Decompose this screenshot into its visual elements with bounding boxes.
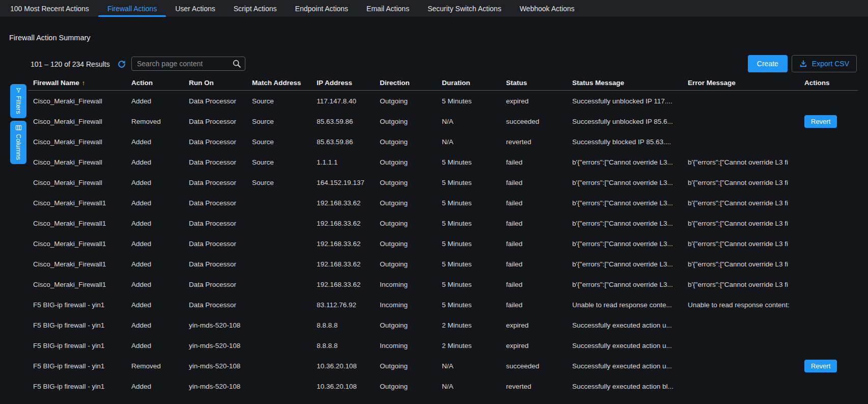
table-row: Cisco_Meraki_Firewall1AddedData Processo… bbox=[28, 193, 858, 213]
cell-duration: 5 Minutes bbox=[442, 199, 506, 207]
column-header-actions[interactable]: Actions bbox=[804, 79, 858, 87]
table-row: Cisco_Meraki_FirewallAddedData Processor… bbox=[28, 172, 858, 193]
cell-firewall-name: Cisco_Meraki_Firewall bbox=[33, 179, 131, 186]
column-header-firewall-name[interactable]: Firewall Name↑ bbox=[33, 79, 131, 87]
cell-error-message: b'{"errors":["Cannot override L3 fi bbox=[688, 179, 804, 186]
revert-button[interactable]: Revert bbox=[804, 115, 837, 128]
column-header-label: Firewall Name bbox=[33, 79, 79, 87]
cell-firewall-name: Cisco_Meraki_Firewall1 bbox=[33, 240, 131, 248]
cell-firewall-name: F5 BIG-ip firewall - yin1 bbox=[33, 321, 131, 329]
refresh-button[interactable] bbox=[117, 60, 126, 69]
tab-webhook-actions[interactable]: Webhook Actions bbox=[511, 0, 584, 17]
cell-direction: Outgoing bbox=[380, 260, 442, 268]
table-row: F5 BIG-ip firewall - yin1Addedyin-mds-52… bbox=[28, 315, 858, 335]
cell-run-on: Data Processor bbox=[189, 301, 252, 309]
table-row: Cisco_Meraki_Firewall1AddedData Processo… bbox=[28, 274, 858, 294]
revert-button[interactable]: Revert bbox=[804, 360, 837, 372]
cell-firewall-name: Cisco_Meraki_Firewall1 bbox=[33, 281, 131, 288]
create-button[interactable]: Create bbox=[748, 55, 788, 72]
download-icon bbox=[799, 60, 807, 68]
cell-duration: 2 Minutes bbox=[442, 321, 506, 329]
cell-ip-address: 10.36.20.108 bbox=[317, 383, 380, 390]
cell-ip-address: 192.168.33.62 bbox=[317, 260, 380, 268]
cell-ip-address: 164.152.19.137 bbox=[317, 179, 380, 186]
column-header-error-message[interactable]: Error Message bbox=[688, 79, 804, 87]
cell-duration: 2 Minutes bbox=[442, 342, 506, 349]
cell-action: Removed bbox=[131, 362, 189, 370]
search-input[interactable] bbox=[131, 57, 245, 71]
tab-script-actions[interactable]: Script Actions bbox=[225, 0, 286, 17]
cell-firewall-name: Cisco_Meraki_Firewall1 bbox=[33, 260, 131, 268]
cell-status-message: Successfully unblocked IP 85.6... bbox=[572, 118, 688, 125]
cell-status: failed bbox=[506, 240, 572, 248]
cell-run-on: Data Processor bbox=[189, 260, 252, 268]
cell-duration: N/A bbox=[442, 383, 506, 390]
cell-firewall-name: Cisco_Meraki_Firewall bbox=[33, 138, 131, 146]
column-header-label: Status Message bbox=[572, 79, 624, 87]
column-header-label: IP Address bbox=[317, 79, 352, 87]
column-header-ip-address[interactable]: IP Address bbox=[317, 79, 380, 87]
table-row: Cisco_Meraki_FirewallRemovedData Process… bbox=[28, 111, 858, 131]
columns-button[interactable]: Columns bbox=[10, 121, 26, 164]
tab-100-most-recent-actions[interactable]: 100 Most Recent Actions bbox=[1, 0, 98, 17]
cell-match-address: Source bbox=[252, 138, 317, 146]
search-icon bbox=[232, 59, 241, 70]
cell-run-on: yin-mds-520-108 bbox=[189, 321, 252, 329]
column-header-direction[interactable]: Direction bbox=[380, 79, 442, 87]
cell-duration: N/A bbox=[442, 138, 506, 146]
cell-direction: Outgoing bbox=[380, 321, 442, 329]
cell-run-on: Data Processor bbox=[189, 118, 252, 125]
tab-security-switch-actions[interactable]: Security Switch Actions bbox=[418, 0, 511, 17]
table-row: F5 BIG-ip firewall - yin1Addedyin-mds-52… bbox=[28, 376, 858, 396]
column-header-label: Match Address bbox=[252, 79, 301, 87]
filters-button-label: Filters bbox=[15, 96, 22, 118]
tab-email-actions[interactable]: Email Actions bbox=[357, 0, 418, 17]
cell-status: failed bbox=[506, 199, 572, 207]
cell-direction: Incoming bbox=[380, 281, 442, 288]
filter-funnel-icon bbox=[15, 88, 22, 93]
cell-status-message: Successfully executed action bl... bbox=[572, 383, 688, 390]
cell-action: Added bbox=[131, 138, 189, 146]
cell-run-on: Data Processor bbox=[189, 138, 252, 146]
tab-firewall-actions[interactable]: Firewall Actions bbox=[98, 0, 166, 17]
cell-status: failed bbox=[506, 281, 572, 288]
cell-run-on: Data Processor bbox=[189, 179, 252, 186]
table-row: Cisco_Meraki_Firewall1AddedData Processo… bbox=[28, 233, 858, 254]
cell-status: expired bbox=[506, 97, 572, 105]
cell-firewall-name: Cisco_Meraki_Firewall1 bbox=[33, 199, 131, 207]
cell-error-message: b'{"errors":["Cannot override L3 fi bbox=[688, 199, 804, 207]
column-header-duration[interactable]: Duration bbox=[442, 79, 506, 87]
column-header-label: Run On bbox=[189, 79, 214, 87]
export-csv-label: Export CSV bbox=[812, 60, 849, 68]
cell-run-on: Data Processor bbox=[189, 281, 252, 288]
results-count: 101 – 120 of 234 Results bbox=[31, 60, 110, 68]
table-row: Cisco_Meraki_FirewallAddedData Processor… bbox=[28, 152, 858, 172]
cell-action: Added bbox=[131, 240, 189, 248]
column-header-status-message[interactable]: Status Message bbox=[572, 79, 688, 87]
export-csv-button[interactable]: Export CSV bbox=[792, 55, 857, 72]
cell-firewall-name: F5 BIG-ip firewall - yin1 bbox=[33, 383, 131, 390]
cell-ip-address: 192.168.33.62 bbox=[317, 240, 380, 248]
cell-match-address: Source bbox=[252, 179, 317, 186]
cell-status-message: Unable to read response conte... bbox=[572, 301, 688, 309]
cell-status-message: b'{"errors":["Cannot override L3... bbox=[572, 281, 688, 288]
cell-action: Added bbox=[131, 158, 189, 166]
cell-action: Added bbox=[131, 220, 189, 227]
cell-duration: 5 Minutes bbox=[442, 220, 506, 227]
cell-status-message: Successfully blocked IP 85.63.... bbox=[572, 138, 688, 146]
cell-firewall-name: Cisco_Meraki_Firewall bbox=[33, 97, 131, 105]
column-header-run-on[interactable]: Run On bbox=[189, 79, 252, 87]
column-header-action[interactable]: Action bbox=[131, 79, 189, 87]
cell-action: Added bbox=[131, 97, 189, 105]
column-header-match-address[interactable]: Match Address bbox=[252, 79, 317, 87]
column-header-label: Error Message bbox=[688, 79, 736, 87]
cell-match-address: Source bbox=[252, 97, 317, 105]
table-header-row: Firewall Name↑ActionRun OnMatch AddressI… bbox=[28, 75, 858, 91]
cell-status: succeeded bbox=[506, 362, 572, 370]
cell-direction: Outgoing bbox=[380, 158, 442, 166]
table-row: Cisco_Meraki_FirewallAddedData Processor… bbox=[28, 131, 858, 152]
column-header-status[interactable]: Status bbox=[506, 79, 572, 87]
filters-button[interactable]: Filters bbox=[10, 84, 26, 118]
tab-user-actions[interactable]: User Actions bbox=[166, 0, 225, 17]
tab-endpoint-actions[interactable]: Endpoint Actions bbox=[286, 0, 357, 17]
